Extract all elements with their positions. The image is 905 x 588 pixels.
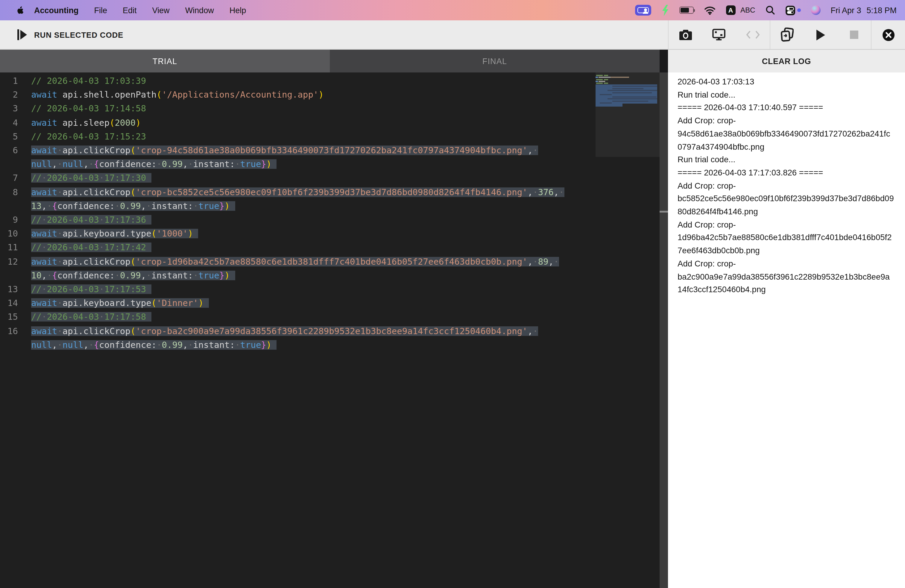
tab-bar: TRIAL FINAL bbox=[0, 50, 660, 72]
line-number: 15 bbox=[0, 310, 18, 324]
menu-items: FileEditViewWindowHelp bbox=[86, 6, 254, 15]
menu-bar: Accounting FileEditViewWindowHelp A ABC bbox=[0, 0, 905, 21]
line-number: 14 bbox=[0, 297, 18, 310]
code-editor-area: TRIAL FINAL 1// 2026-04-03 17:03:392awai… bbox=[0, 50, 660, 588]
code-line: 3// 2026-04-03 17:14:58 bbox=[0, 102, 660, 116]
line-number: 1 bbox=[0, 74, 18, 88]
input-source-icon[interactable]: A bbox=[726, 5, 736, 15]
code-line: 13//·2026-04-03·17:17:53 bbox=[0, 283, 660, 296]
code-line: 2await api.shell.openPath('/Applications… bbox=[0, 88, 660, 102]
spotlight-icon[interactable] bbox=[765, 5, 775, 15]
clear-log-button[interactable]: CLEAR LOG bbox=[668, 50, 905, 72]
stop-icon bbox=[846, 26, 862, 43]
control-center-icon[interactable] bbox=[785, 5, 795, 15]
code-line: 12await·api.clickCrop('crop-1d96ba42c5b7… bbox=[0, 255, 660, 283]
menu-item-file[interactable]: File bbox=[94, 6, 108, 15]
code-line: 14await·api.keyboard.type('Dinner') bbox=[0, 297, 660, 310]
line-number: 10 bbox=[0, 227, 18, 241]
code-editor[interactable]: 1// 2026-04-03 17:03:392await api.shell.… bbox=[0, 72, 660, 588]
code-line: 4await api.sleep(2000) bbox=[0, 116, 660, 130]
log-line: ===== 2026-04-03 17:10:40.597 ===== bbox=[678, 102, 894, 114]
menu-bar-clock[interactable]: Fri Apr 3 5:18 PM bbox=[830, 6, 897, 15]
battery-icon[interactable] bbox=[679, 7, 694, 14]
code-line: 7//·2026-04-03·17:17:30 bbox=[0, 172, 660, 185]
code-line: 1// 2026-04-03 17:03:39 bbox=[0, 74, 660, 88]
tab-trial[interactable]: TRIAL bbox=[0, 50, 330, 72]
wifi-icon[interactable] bbox=[703, 6, 716, 15]
log-output[interactable]: 2026-04-03 17:03:13Run trial code...====… bbox=[668, 72, 905, 588]
tab-final[interactable]: FINAL bbox=[330, 50, 660, 72]
line-number: 4 bbox=[0, 116, 18, 130]
menu-item-view[interactable]: View bbox=[152, 6, 170, 15]
code-lines: 1// 2026-04-03 17:03:392await api.shell.… bbox=[0, 74, 660, 352]
line-number: 11 bbox=[0, 241, 18, 255]
log-line: ===== 2026-04-03 17:17:03.826 ===== bbox=[678, 167, 894, 180]
log-panel: CLEAR LOG 2026-04-03 17:03:13Run trial c… bbox=[668, 50, 905, 588]
log-line: Add Crop: crop-ba2c900a9e7a99da38556f396… bbox=[678, 257, 894, 296]
line-number: 13 bbox=[0, 283, 18, 296]
panel-toolbar bbox=[668, 21, 905, 49]
clock-time: 5:18 PM bbox=[866, 6, 897, 15]
minimap[interactable] bbox=[595, 72, 660, 588]
code-line: 16await·api.clickCrop('crop-ba2c900a9e7a… bbox=[0, 324, 660, 352]
code-line: 10await·api.keyboard.type('1000') bbox=[0, 227, 660, 241]
duplicate-run-icon[interactable] bbox=[779, 26, 795, 43]
log-line: Add Crop: crop-bc5852ce5c56e980ec09f10bf… bbox=[678, 180, 894, 218]
line-number: 9 bbox=[0, 213, 18, 227]
clock-date: Fri Apr 3 bbox=[830, 6, 861, 15]
line-number: 12 bbox=[0, 255, 18, 283]
notification-dot bbox=[797, 8, 800, 12]
menu-item-help[interactable]: Help bbox=[230, 6, 246, 15]
code-line: 15//·2026-04-03·17:17:58 bbox=[0, 310, 660, 324]
siri-icon[interactable] bbox=[811, 5, 820, 15]
run-selected-code-button[interactable]: RUN SELECTED CODE bbox=[0, 21, 668, 49]
content-row: TRIAL FINAL 1// 2026-04-03 17:03:392awai… bbox=[0, 50, 905, 588]
log-line: 2026-04-03 17:03:13 bbox=[678, 75, 894, 88]
menu-app-name[interactable]: Accounting bbox=[34, 6, 79, 15]
screen-sharing-icon[interactable] bbox=[635, 5, 651, 16]
code-line: 5// 2026-04-03 17:15:23 bbox=[0, 130, 660, 144]
menu-item-edit[interactable]: Edit bbox=[123, 6, 137, 15]
screen: Accounting FileEditViewWindowHelp A ABC bbox=[0, 0, 905, 588]
line-number: 2 bbox=[0, 88, 18, 102]
toolbar: RUN SELECTED CODE bbox=[0, 21, 905, 50]
play-icon[interactable] bbox=[812, 26, 829, 43]
log-line: Add Crop: crop-94c58d61ae38a0b069bfb3346… bbox=[678, 114, 894, 153]
run-selected-icon bbox=[17, 29, 27, 40]
code-line: 9//·2026-04-03·17:17:36 bbox=[0, 213, 660, 227]
code-icon bbox=[745, 26, 761, 43]
close-icon[interactable] bbox=[880, 26, 897, 43]
input-source-label[interactable]: ABC bbox=[740, 6, 755, 14]
line-number: 16 bbox=[0, 324, 18, 352]
panel-splitter[interactable] bbox=[660, 50, 668, 588]
code-line: 8await·api.clickCrop('crop-bc5852ce5c56e… bbox=[0, 185, 660, 213]
log-line: Run trial code... bbox=[678, 153, 894, 166]
line-number: 5 bbox=[0, 130, 18, 144]
run-selected-label: RUN SELECTED CODE bbox=[34, 30, 123, 39]
code-line: 11//·2026-04-03·17:17:42 bbox=[0, 241, 660, 255]
status-bar: A ABC Fri Apr 3 5:18 PM bbox=[635, 5, 897, 16]
log-line: Run trial code... bbox=[678, 88, 894, 101]
apple-menu-icon[interactable] bbox=[12, 5, 26, 15]
log-line: Add Crop: crop-1d96ba42c5b7ae88580c6e1db… bbox=[678, 218, 894, 257]
display-capture-icon[interactable] bbox=[711, 26, 727, 43]
camera-icon[interactable] bbox=[677, 26, 694, 43]
line-number: 3 bbox=[0, 102, 18, 116]
line-number: 8 bbox=[0, 185, 18, 213]
code-line: 6await·api.clickCrop('crop-94c58d61ae38a… bbox=[0, 144, 660, 172]
splitter-handle[interactable] bbox=[660, 211, 668, 213]
line-number: 7 bbox=[0, 172, 18, 185]
bolt-icon[interactable] bbox=[661, 5, 669, 16]
line-number: 6 bbox=[0, 144, 18, 172]
menu-item-window[interactable]: Window bbox=[185, 6, 214, 15]
